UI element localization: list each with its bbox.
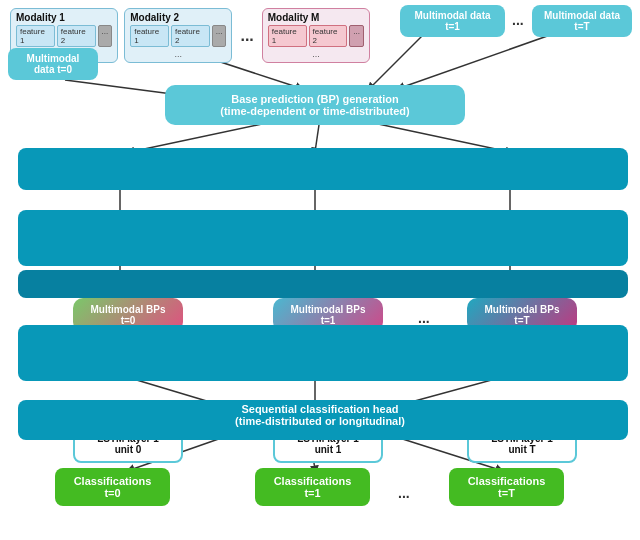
- bps-band: Multimodal BPs t=0 Multimodal BPs t=1 ..…: [18, 148, 628, 190]
- seq-class-band: Sequential classification head (time-dis…: [18, 400, 628, 440]
- feat-2-2: feature 2: [171, 25, 210, 47]
- lstm-layer1-band: LSTM layer 1unit 0 LSTM layer 1unit 1 ..…: [18, 210, 628, 266]
- class-t1: Classificationst=1: [255, 468, 370, 506]
- feat-1-dots: ...: [98, 25, 113, 47]
- mm-data-t0-label: Multimodal data t=0: [27, 53, 80, 75]
- base-pred-line1: Base prediction (BP) generation: [231, 93, 398, 105]
- modality-M-title: Modality M: [268, 12, 364, 23]
- base-pred-line2: (time-dependent or time-distributed): [220, 105, 409, 117]
- class-dots: ...: [398, 485, 410, 501]
- class-t0-label: Classificationst=0: [74, 475, 152, 499]
- modality-separator-dots: ...: [238, 8, 255, 63]
- mm-data-t1: Multimodal datat=1: [400, 5, 505, 37]
- svg-line-3: [400, 28, 570, 88]
- svg-line-2: [370, 28, 430, 88]
- modality-1-title: Modality 1: [16, 12, 112, 23]
- lstm-layerL-band: LSTM layer Lunit 0 LSTM layer Lunit 1 ..…: [18, 325, 628, 381]
- base-pred-box: Base prediction (BP) generation (time-de…: [165, 85, 465, 125]
- bp-t1-label: Multimodal BPs t=1: [290, 304, 365, 326]
- modality-box-M: Modality M feature 1 feature 2 ... ...: [262, 8, 370, 63]
- feat-M-2: feature 2: [309, 25, 348, 47]
- feat-1-1: feature 1: [16, 25, 55, 47]
- bps-dots: ...: [418, 310, 430, 326]
- modality-M-features: feature 1 feature 2 ...: [268, 25, 364, 47]
- mm-data-t0: Multimodal data t=0: [8, 48, 98, 80]
- lstm1-dots: ...: [416, 440, 428, 456]
- modality-1-features: feature 1 feature 2 ...: [16, 25, 112, 47]
- class-tT: Classificationst=T: [449, 468, 564, 506]
- bp-t0-label: Multimodal BPs t=0: [90, 304, 165, 326]
- bp-tT-label: Multimodal BPs t=T: [484, 304, 559, 326]
- modality-M-row-dots: ...: [268, 49, 364, 59]
- mm-data-tT-label: Multimodal datat=T: [544, 10, 620, 32]
- class-t1-label: Classificationst=1: [274, 475, 352, 499]
- class-t0: Classificationst=0: [55, 468, 170, 506]
- modality-2-features: feature 1 feature 2 ...: [130, 25, 226, 47]
- feat-2-dots: ...: [212, 25, 227, 47]
- l-layers-band: L layers ⋮ L layers: [18, 270, 628, 298]
- diagram: Modality 1 feature 1 feature 2 ... ... M…: [0, 0, 640, 540]
- feat-M-1: feature 1: [268, 25, 307, 47]
- modality-box-2: Modality 2 feature 1 feature 2 ... ...: [124, 8, 232, 63]
- feat-M-dots: ...: [349, 25, 364, 47]
- feat-2-1: feature 1: [130, 25, 169, 47]
- class-tT-label: Classificationst=T: [468, 475, 546, 499]
- svg-line-1: [65, 80, 180, 95]
- top-dots: ...: [512, 12, 524, 28]
- modality-2-row-dots: ...: [130, 49, 226, 59]
- mm-data-tT: Multimodal datat=T: [532, 5, 632, 37]
- modality-2-title: Modality 2: [130, 12, 226, 23]
- feat-1-2: feature 2: [57, 25, 96, 47]
- mm-data-t1-label: Multimodal datat=1: [414, 10, 490, 32]
